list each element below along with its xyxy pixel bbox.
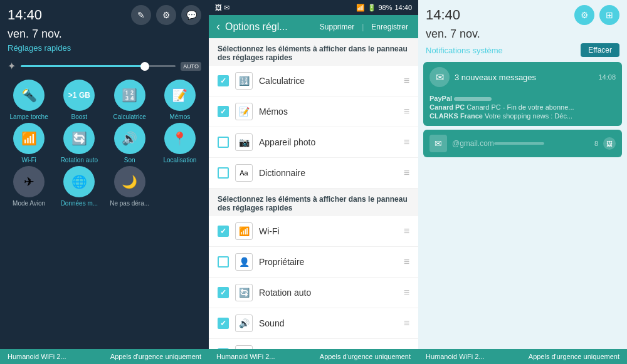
sound-icon: 🔊 bbox=[235, 315, 253, 332]
appareil-photo-drag-handle[interactable]: ≡ bbox=[404, 137, 409, 148]
notif-count: 8 bbox=[594, 140, 598, 147]
appareil-photo-checkbox[interactable] bbox=[218, 137, 229, 148]
calculatrice-drag-handle[interactable]: ≡ bbox=[404, 75, 409, 86]
qs-calculatrice[interactable]: 🔢 Calculatrice bbox=[106, 80, 154, 120]
wifi-s2-icon: 📶 bbox=[235, 222, 253, 240]
brightness-slider[interactable] bbox=[21, 65, 176, 67]
notification-card-gmail[interactable]: ✉ @gmail.com 8 🖼 bbox=[423, 130, 622, 157]
donnees-label: Données m... bbox=[61, 200, 98, 207]
right-bottom-bar: Humanoid WiFi 2... Appels d'urgence uniq… bbox=[418, 349, 627, 364]
qs-avion[interactable]: ✈ Mode Avion bbox=[5, 166, 53, 207]
left-bottom-bar: Humanoid WiFi 2... Appels d'urgence uniq… bbox=[0, 349, 209, 364]
appareil-photo-item-label: Appareil photo bbox=[259, 137, 398, 147]
brightness-auto-label[interactable]: AUTO bbox=[181, 62, 201, 71]
wifi-s2-drag-handle[interactable]: ≡ bbox=[404, 226, 409, 237]
list-item: 🔊 Sound ≡ bbox=[209, 308, 418, 339]
right-bottom-wifi: Humanoid WiFi 2... bbox=[426, 353, 485, 360]
notif-gmail-icon: ✉ bbox=[429, 135, 447, 152]
dictionnaire-drag-handle[interactable]: ≡ bbox=[404, 167, 409, 179]
right-section-title: Notifications système bbox=[426, 46, 503, 55]
proprietaire-drag-handle[interactable]: ≡ bbox=[404, 256, 409, 268]
qs-localisation[interactable]: 📍 Localisation bbox=[156, 123, 204, 164]
sound-checkbox[interactable] bbox=[218, 318, 229, 329]
left-status-bar: 14:40 ✎ ⚙ 💬 bbox=[0, 0, 209, 28]
right-grid-icon[interactable]: ⊞ bbox=[599, 5, 619, 25]
middle-status-right: 📶 🔋 98% 14:40 bbox=[356, 4, 412, 12]
calculatrice-checkbox[interactable] bbox=[218, 75, 229, 86]
effacer-button[interactable]: Effacer bbox=[581, 43, 619, 57]
qs-wifi[interactable]: 📶 Wi-Fi bbox=[5, 123, 53, 164]
notif-email-icon: ✉ bbox=[429, 67, 450, 87]
rotation-s2-drag-handle[interactable]: ≡ bbox=[404, 287, 409, 298]
boost-label: Boost bbox=[71, 113, 88, 120]
memos-drag-handle[interactable]: ≡ bbox=[404, 106, 409, 117]
wifi-s2-checkbox[interactable] bbox=[218, 226, 229, 237]
enregistrer-button[interactable]: Enregistrer bbox=[369, 21, 411, 33]
rotation-s2-checkbox[interactable] bbox=[218, 287, 229, 298]
notification-card-email[interactable]: ✉ 3 nouveaux messages 14:08 PayPal Canar… bbox=[423, 62, 622, 126]
qs-donnees[interactable]: 🌐 Données m... bbox=[55, 166, 103, 207]
back-button[interactable]: ‹ bbox=[216, 20, 220, 33]
middle-time: 14:40 bbox=[394, 4, 412, 11]
qs-boost[interactable]: >1 GB Boost bbox=[55, 80, 103, 120]
notif-image-badge: 🖼 bbox=[603, 137, 616, 150]
memos-checkbox[interactable] bbox=[218, 106, 229, 117]
middle-battery-label: 🔋 98% bbox=[367, 4, 392, 12]
brightness-thumb bbox=[140, 62, 149, 71]
right-date: ven. 7 nov. bbox=[418, 28, 627, 41]
qs-memos[interactable]: 📝 Mémos bbox=[156, 80, 204, 120]
right-time: 14:40 bbox=[426, 7, 460, 23]
calculatrice-label: Calculatrice bbox=[113, 113, 146, 120]
notif-line-clarks: CLARKS France Votre shopping news : Déc.… bbox=[429, 112, 616, 120]
left-panel: 14:40 ✎ ⚙ 💬 ven. 7 nov. Réglages rapides… bbox=[0, 0, 209, 364]
proprietaire-checkbox[interactable] bbox=[218, 256, 229, 268]
rotation-icon: 🔄 bbox=[63, 123, 95, 154]
section1-header: Sélectionnez les éléments à afficher dan… bbox=[209, 38, 418, 66]
left-time: 14:40 bbox=[8, 7, 42, 23]
calculatrice-item-icon: 🔢 bbox=[235, 72, 253, 90]
list-item: 🔄 Rotation auto ≡ bbox=[209, 278, 418, 308]
notif-time: 14:08 bbox=[598, 73, 616, 81]
list-item: 🔢 Calculatrice ≡ bbox=[209, 66, 418, 96]
memos-icon: 📝 bbox=[164, 80, 196, 111]
left-status-icons: ✎ ⚙ 💬 bbox=[131, 5, 201, 25]
middle-title: Options régl... bbox=[225, 21, 312, 33]
qs-son[interactable]: 🔊 Son bbox=[106, 123, 154, 164]
boost-icon: >1 GB bbox=[63, 80, 95, 111]
middle-bottom-emergency: Appels d'urgence uniquement bbox=[320, 353, 411, 360]
right-status-bar: 14:40 ⚙ ⊞ bbox=[418, 0, 627, 28]
quick-settings-grid: 🔦 Lampe torche >1 GB Boost 🔢 Calculatric… bbox=[0, 77, 209, 209]
right-section-row: Notifications système Effacer bbox=[418, 41, 627, 62]
middle-signal-icon: 📶 bbox=[356, 4, 365, 12]
qs-lampe-torche[interactable]: 🔦 Lampe torche bbox=[5, 80, 53, 120]
left-bottom-emergency: Appels d'urgence uniquement bbox=[110, 353, 201, 360]
notif-title: 3 nouveaux messages bbox=[455, 73, 593, 82]
edit-icon[interactable]: ✎ bbox=[131, 5, 151, 25]
son-icon: 🔊 bbox=[114, 123, 145, 154]
left-date: ven. 7 nov. bbox=[0, 28, 209, 41]
gear-icon[interactable]: ⚙ bbox=[156, 5, 176, 25]
memos-item-icon: 📝 bbox=[235, 103, 253, 120]
middle-bottom-bar: Humanoid WiFi 2... Appels d'urgence uniq… bbox=[209, 349, 418, 364]
qs-rotation[interactable]: 🔄 Rotation auto bbox=[55, 123, 103, 164]
list-item: 📶 Wi-Fi ≡ bbox=[209, 216, 418, 247]
left-bottom-wifi: Humanoid WiFi 2... bbox=[8, 353, 66, 360]
supprimer-button[interactable]: Supprimer bbox=[317, 21, 357, 33]
memos-label: Mémos bbox=[169, 113, 190, 120]
rotation-label: Rotation auto bbox=[61, 157, 98, 164]
middle-bottom-wifi: Humanoid WiFi 2... bbox=[216, 353, 275, 360]
sound-drag-handle[interactable]: ≡ bbox=[404, 318, 409, 329]
son-label: Son bbox=[124, 157, 135, 164]
notif-progress-bar bbox=[494, 142, 544, 145]
left-section-title: Réglages rapides bbox=[0, 41, 209, 58]
deranger-label: Ne pas déra... bbox=[110, 200, 149, 207]
chat-icon[interactable]: 💬 bbox=[181, 5, 201, 25]
qs-deranger[interactable]: 🌙 Ne pas déra... bbox=[106, 166, 154, 207]
right-gear-icon[interactable]: ⚙ bbox=[574, 5, 594, 25]
dictionnaire-item-label: Dictionnaire bbox=[259, 168, 398, 178]
calculatrice-icon: 🔢 bbox=[114, 80, 145, 111]
dictionnaire-checkbox[interactable] bbox=[218, 167, 229, 179]
calculatrice-item-label: Calculatrice bbox=[259, 76, 398, 86]
right-panel: 14:40 ⚙ ⊞ ven. 7 nov. Notifications syst… bbox=[418, 0, 627, 364]
list-item: Aa Dictionnaire ≡ bbox=[209, 158, 418, 189]
